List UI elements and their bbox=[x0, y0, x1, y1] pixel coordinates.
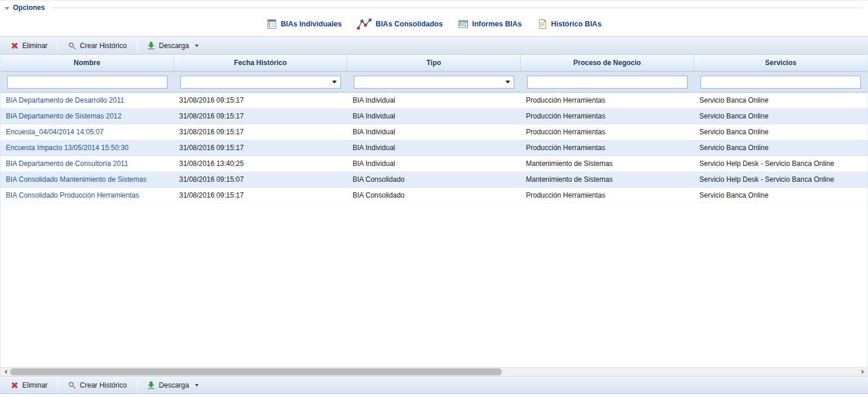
column-header-proceso-negocio[interactable]: Proceso de Negocio bbox=[521, 55, 694, 71]
column-header-nombre[interactable]: Nombre bbox=[1, 55, 174, 71]
scroll-left-button[interactable] bbox=[1, 368, 10, 376]
row-servicios: Servicio Banca Online bbox=[694, 140, 867, 155]
descarga-button[interactable]: Descarga bbox=[141, 39, 204, 52]
crear-historico-label: Crear Histórico bbox=[80, 381, 127, 389]
row-fecha: 31/08/2016 13:40:25 bbox=[174, 156, 347, 171]
row-tipo: BIA Individual bbox=[347, 124, 521, 140]
row-fecha: 31/08/2016 09:15:17 bbox=[174, 140, 347, 155]
nombre-filter-input[interactable] bbox=[7, 76, 168, 89]
table-row[interactable]: BIA Departamento de Sistemas 2012 31/08/… bbox=[1, 108, 867, 124]
row-proceso: Producción Herramientas bbox=[521, 93, 694, 108]
table-row[interactable]: BIA Consolidado Producción Herramientas … bbox=[1, 188, 867, 203]
row-proceso: Producción Herramientas bbox=[521, 188, 694, 203]
grid-header: Nombre Fecha Histórico Tipo Proceso de N… bbox=[1, 55, 867, 72]
row-tipo: BIA Individual bbox=[347, 108, 521, 124]
row-fecha: 31/08/2016 09:15:17 bbox=[174, 93, 347, 108]
row-nombre-link[interactable]: BIA Consolidado Mantenimiento de Sistema… bbox=[1, 172, 174, 187]
row-servicios: Servicio Banca Online bbox=[694, 124, 867, 140]
row-nombre-link[interactable]: BIA Departamento de Consultoría 2011 bbox=[1, 156, 174, 171]
bottom-strip bbox=[0, 394, 868, 397]
nav-item-bias-individuales[interactable]: BIAs Individuales bbox=[263, 18, 345, 30]
nav-item-label: Histórico BIAs bbox=[551, 20, 602, 28]
row-nombre-link[interactable]: BIA Consolidado Producción Herramientas bbox=[1, 188, 174, 203]
download-icon bbox=[147, 42, 155, 50]
toolbar-top: Eliminar Crear Histórico Descarga bbox=[0, 36, 868, 55]
row-fecha: 31/08/2016 09:15:17 bbox=[174, 124, 347, 140]
delete-x-icon bbox=[11, 42, 19, 50]
column-header-fecha-historico[interactable]: Fecha Histórico bbox=[174, 55, 347, 71]
toolbar-separator bbox=[57, 381, 58, 390]
toolbar-separator bbox=[57, 41, 58, 50]
chevron-down-icon bbox=[195, 384, 199, 386]
filter-cell-tipo bbox=[347, 76, 521, 89]
scrollbar-thumb[interactable] bbox=[10, 368, 502, 375]
servicios-filter-input[interactable] bbox=[700, 76, 861, 89]
header-divider bbox=[52, 8, 862, 8]
row-nombre-link[interactable]: Encuesta_04/04/2014 14:05:07 bbox=[1, 124, 174, 140]
row-proceso: Producción Herramientas bbox=[521, 124, 694, 140]
magnifier-icon bbox=[68, 42, 76, 50]
historico-bias-icon bbox=[537, 19, 548, 29]
row-fecha: 31/08/2016 09:15:17 bbox=[174, 108, 347, 124]
descarga-button-bottom[interactable]: Descarga bbox=[141, 379, 204, 392]
row-servicios: Servicio Banca Online bbox=[694, 93, 867, 108]
nav-item-historico-bias[interactable]: Histórico BIAs bbox=[534, 18, 605, 30]
eliminar-label: Eliminar bbox=[22, 42, 47, 50]
collapse-arrow-icon[interactable] bbox=[5, 7, 9, 10]
proceso-filter-input[interactable] bbox=[527, 76, 688, 89]
toolbar-separator bbox=[136, 41, 137, 50]
nav-item-label: BIAs Consolidados bbox=[375, 20, 443, 28]
row-tipo: BIA Individual bbox=[347, 93, 521, 108]
column-header-servicios[interactable]: Servicios bbox=[694, 55, 867, 71]
panel-title: Opciones bbox=[13, 4, 45, 12]
tipo-filter-select[interactable] bbox=[354, 76, 514, 89]
nav-item-informes-bias[interactable]: Informes BIAs bbox=[454, 18, 525, 30]
row-proceso: Producción Herramientas bbox=[521, 140, 694, 155]
table-row[interactable]: BIA Consolidado Mantenimiento de Sistema… bbox=[1, 172, 867, 188]
crear-historico-button-bottom[interactable]: Crear Histórico bbox=[62, 379, 132, 392]
table-row[interactable]: BIA Departamento de Desarrollo 2011 31/0… bbox=[1, 93, 867, 108]
crear-historico-button[interactable]: Crear Histórico bbox=[62, 39, 132, 52]
row-servicios: Servicio Banca Online bbox=[694, 188, 867, 203]
filter-cell-proceso bbox=[521, 76, 694, 89]
bias-consolidados-icon bbox=[357, 18, 372, 30]
bias-individuales-icon bbox=[266, 19, 277, 29]
grid-empty-area bbox=[1, 203, 867, 367]
nav-bar: BIAs Individuales BIAs Consolidados bbox=[0, 13, 868, 36]
filter-row bbox=[1, 72, 867, 93]
nav-item-bias-consolidados[interactable]: BIAs Consolidados bbox=[353, 16, 446, 32]
row-tipo: BIA Consolidado bbox=[347, 172, 521, 187]
scroll-right-button[interactable] bbox=[858, 368, 867, 376]
scrollbar-track[interactable] bbox=[10, 368, 858, 376]
eliminar-button[interactable]: Eliminar bbox=[5, 39, 53, 52]
row-tipo: BIA Individual bbox=[347, 140, 521, 155]
row-servicios: Servicio Help Desk - Servicio Banca Onli… bbox=[694, 156, 867, 171]
table-row[interactable]: Encuesta_04/04/2014 14:05:07 31/08/2016 … bbox=[1, 124, 867, 140]
row-nombre-link[interactable]: BIA Departamento de Desarrollo 2011 bbox=[1, 93, 174, 108]
row-proceso: Mantenimiento de Sistemas bbox=[521, 156, 694, 171]
magnifier-icon bbox=[68, 381, 76, 389]
download-icon bbox=[147, 381, 155, 389]
fecha-filter-select[interactable] bbox=[180, 76, 341, 89]
row-fecha: 31/08/2016 09:15:07 bbox=[174, 172, 347, 187]
nav-item-label: Informes BIAs bbox=[472, 20, 522, 28]
row-proceso: Producción Herramientas bbox=[521, 108, 694, 124]
column-header-tipo[interactable]: Tipo bbox=[347, 55, 521, 71]
descarga-label: Descarga bbox=[159, 42, 189, 50]
filter-cell-nombre bbox=[1, 76, 174, 89]
eliminar-button-bottom[interactable]: Eliminar bbox=[5, 379, 53, 392]
row-nombre-link[interactable]: Encuesta Impacto 13/05/2014 15:50:30 bbox=[1, 140, 174, 155]
opciones-panel-header[interactable]: Opciones bbox=[0, 1, 868, 13]
chevron-down-icon bbox=[195, 45, 199, 47]
row-servicios: Servicio Help Desk - Servicio Banca Onli… bbox=[694, 172, 867, 187]
row-nombre-link[interactable]: BIA Departamento de Sistemas 2012 bbox=[1, 108, 174, 124]
row-fecha: 31/08/2016 09:15:17 bbox=[174, 188, 347, 203]
table-row[interactable]: BIA Departamento de Consultoría 2011 31/… bbox=[1, 156, 867, 172]
table-row[interactable]: Encuesta Impacto 13/05/2014 15:50:30 31/… bbox=[1, 140, 867, 156]
toolbar-bottom: Eliminar Crear Histórico Descarga bbox=[0, 376, 868, 394]
horizontal-scrollbar[interactable] bbox=[1, 367, 867, 376]
row-tipo: BIA Individual bbox=[347, 156, 521, 171]
row-servicios: Servicio Banca Online bbox=[694, 108, 867, 124]
filter-cell-servicios bbox=[694, 76, 867, 89]
eliminar-label: Eliminar bbox=[22, 381, 47, 389]
